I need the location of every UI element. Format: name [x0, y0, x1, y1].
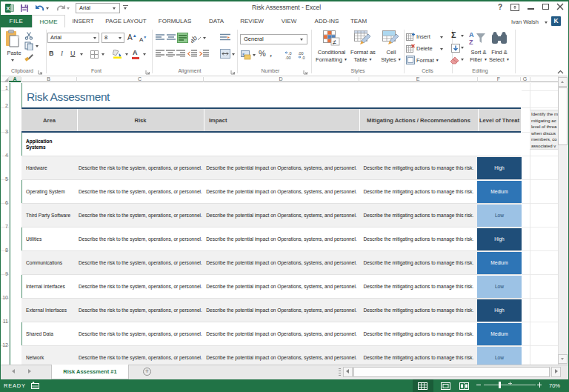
svg-text:.0: .0 — [302, 56, 305, 60]
svg-text:Z: Z — [469, 39, 473, 46]
svg-text:.00: .00 — [285, 56, 291, 60]
svg-text:A: A — [469, 31, 474, 39]
svg-text:X: X — [6, 5, 10, 12]
svg-text:≠: ≠ — [333, 39, 336, 46]
svg-text:ab: ab — [191, 34, 199, 43]
